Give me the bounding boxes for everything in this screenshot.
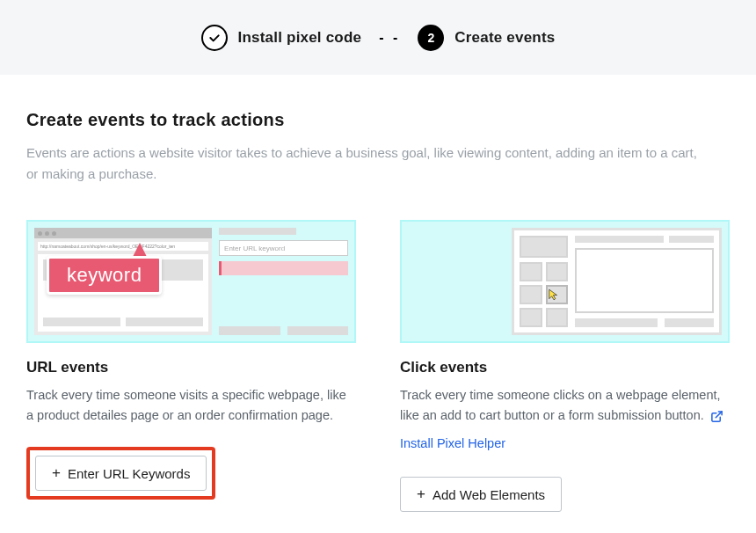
illustration-url-bar: http://namoateabout.com/shop/en-us/keywo… bbox=[38, 242, 208, 251]
cursor-icon bbox=[548, 288, 560, 304]
button-label: Add Web Elements bbox=[433, 487, 545, 502]
install-pixel-helper-link[interactable]: Install Pixel Helper bbox=[400, 436, 730, 450]
step-install-pixel[interactable]: Install pixel code bbox=[201, 25, 362, 51]
url-events-card: http://namoateabout.com/shop/en-us/keywo… bbox=[26, 220, 356, 512]
cards-row: http://namoateabout.com/shop/en-us/keywo… bbox=[26, 220, 730, 512]
step-create-events[interactable]: 2 Create events bbox=[418, 25, 555, 51]
step-separator: - - bbox=[379, 30, 400, 46]
main-panel: Create events to track actions Events ar… bbox=[0, 75, 756, 533]
button-label: Enter URL Keywords bbox=[68, 466, 191, 481]
step-label: Create events bbox=[454, 29, 555, 47]
keyword-tag: keyword bbox=[47, 256, 162, 295]
plus-icon: + bbox=[52, 464, 61, 482]
illustration-input: Enter URL keyword bbox=[219, 240, 348, 256]
click-events-description: Track every time someone clicks on a web… bbox=[400, 385, 730, 426]
wizard-stepper: Install pixel code - - 2 Create events bbox=[0, 0, 756, 75]
url-events-title: URL events bbox=[26, 359, 356, 376]
click-events-title: Click events bbox=[400, 359, 730, 376]
checkmark-circle-icon bbox=[201, 25, 228, 51]
enter-url-keywords-button[interactable]: + Enter URL Keywords bbox=[35, 456, 207, 491]
step-number-icon: 2 bbox=[418, 25, 444, 51]
external-link-icon[interactable] bbox=[710, 410, 723, 423]
plus-icon: + bbox=[417, 486, 425, 503]
step-label: Install pixel code bbox=[238, 29, 362, 47]
click-events-card: Click events Track every time someone cl… bbox=[400, 220, 730, 512]
click-events-illustration bbox=[400, 220, 730, 343]
url-events-illustration: http://namoateabout.com/shop/en-us/keywo… bbox=[26, 220, 356, 343]
highlighted-action: + Enter URL Keywords bbox=[26, 447, 215, 500]
section-description: Events are actions a website visitor tak… bbox=[26, 142, 712, 185]
section-title: Create events to track actions bbox=[26, 110, 730, 130]
url-events-description: Track every time someone visits a specif… bbox=[26, 385, 356, 426]
add-web-elements-button[interactable]: + Add Web Elements bbox=[400, 477, 562, 512]
svg-line-0 bbox=[716, 412, 722, 418]
